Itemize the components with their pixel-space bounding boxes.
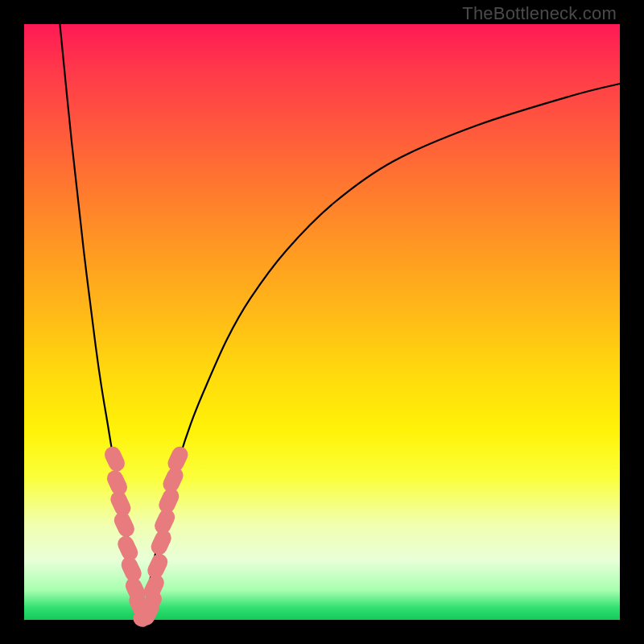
marker-dot bbox=[150, 599, 154, 608]
marker-dot bbox=[175, 455, 180, 464]
marker-dot bbox=[122, 520, 126, 529]
marker-dot bbox=[159, 538, 163, 547]
marker-dot bbox=[167, 497, 171, 506]
plot-area bbox=[24, 24, 620, 620]
chart-frame: TheBottleneck.com bbox=[0, 0, 644, 644]
watermark-text: TheBottleneck.com bbox=[462, 3, 617, 24]
curve-layer bbox=[24, 24, 620, 620]
right-branch-curve bbox=[143, 84, 620, 617]
marker-dot bbox=[130, 565, 134, 574]
marker-dot bbox=[152, 583, 156, 592]
marker-dot bbox=[171, 476, 175, 485]
marker-dot bbox=[155, 562, 159, 571]
marker-dot bbox=[126, 544, 130, 553]
scatter-cluster bbox=[113, 455, 180, 619]
marker-dot bbox=[115, 478, 119, 487]
marker-dot bbox=[118, 499, 122, 508]
marker-dot bbox=[163, 517, 167, 526]
marker-dot bbox=[113, 455, 117, 464]
